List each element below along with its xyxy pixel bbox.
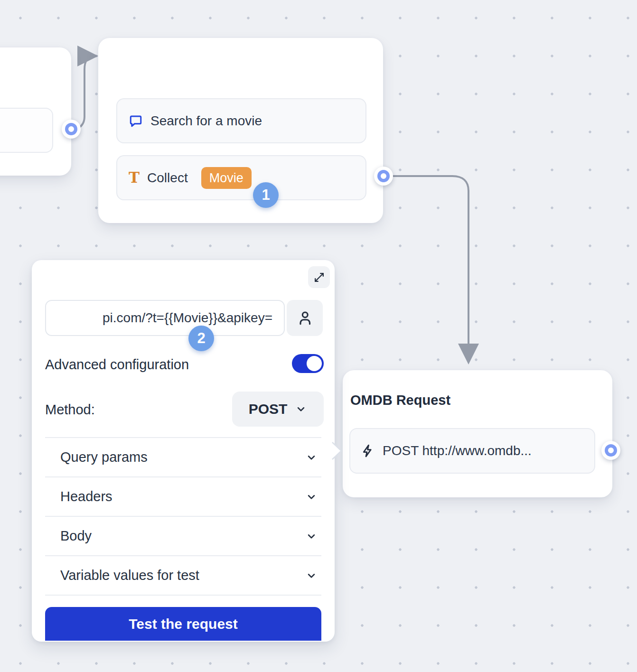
text-input-icon: T <box>129 170 140 185</box>
advanced-configuration-toggle[interactable] <box>292 354 324 373</box>
chevron-down-icon <box>295 403 307 415</box>
step-badge-2: 2 <box>188 326 214 351</box>
node-omdb-request[interactable]: OMDB Request POST http://www.omdb... <box>343 370 612 497</box>
partial-node-item[interactable] <box>0 108 53 153</box>
section-label: Headers <box>60 489 112 504</box>
section-label: Query params <box>60 449 148 465</box>
section-variable-values[interactable]: Variable values for test <box>45 555 321 595</box>
webhook-config-panel: pi.com/?t={{Movie}}&apikey= Advanced con… <box>32 260 335 642</box>
method-label: Method: <box>45 401 95 418</box>
wire-into-movie-search <box>72 56 94 130</box>
section-body[interactable]: Body <box>45 516 321 555</box>
output-port-movie-search[interactable] <box>374 167 393 186</box>
partial-node[interactable] <box>0 47 71 176</box>
collect-block[interactable]: T Collect Movie <box>116 155 366 200</box>
input-notch-omdb <box>331 441 343 461</box>
chevron-down-icon <box>305 491 318 503</box>
node-title: OMDB Request <box>350 392 450 408</box>
expand-button[interactable] <box>308 266 330 288</box>
url-input[interactable]: pi.com/?t={{Movie}}&apikey= <box>45 300 285 336</box>
advanced-configuration-label: Advanced configuration <box>45 356 189 373</box>
section-query-params[interactable]: Query params <box>45 437 321 476</box>
expand-icon <box>313 271 325 283</box>
webhook-block-label: POST http://www.omdb... <box>383 443 532 458</box>
step-badge-1: 1 <box>253 182 279 208</box>
flow-canvas[interactable]: { "colors": { "canvas_bg": "#EEF0F4", "a… <box>0 0 637 672</box>
section-label: Variable values for test <box>60 568 199 583</box>
user-icon <box>296 309 313 327</box>
output-port-omdb[interactable] <box>601 441 620 460</box>
lightning-icon <box>361 444 375 458</box>
message-block-label: Search for a movie <box>150 113 262 129</box>
webhook-block[interactable]: POST http://www.omdb... <box>349 428 595 474</box>
method-select[interactable]: POST <box>232 392 324 427</box>
section-headers[interactable]: Headers <box>45 476 321 516</box>
variable-insert-button[interactable] <box>287 300 323 336</box>
variable-chip[interactable]: Movie <box>201 167 252 189</box>
message-block[interactable]: Search for a movie <box>116 98 366 143</box>
node-movie-search[interactable]: Movie search Search for a movie T Collec… <box>98 38 383 223</box>
chat-bubble-icon <box>129 114 143 128</box>
method-value: POST <box>249 401 288 417</box>
chevron-down-icon <box>305 569 318 582</box>
output-port-partial-node[interactable] <box>62 120 81 139</box>
test-request-button[interactable]: Test the request <box>45 607 321 641</box>
chevron-down-icon <box>305 451 318 464</box>
section-label: Body <box>60 528 92 544</box>
collect-block-label: Collect <box>147 170 188 186</box>
accordion-sections: Query params Headers Body Variable value… <box>45 437 321 596</box>
chevron-down-icon <box>305 530 318 542</box>
wire-movie-search-to-omdb <box>385 176 468 361</box>
